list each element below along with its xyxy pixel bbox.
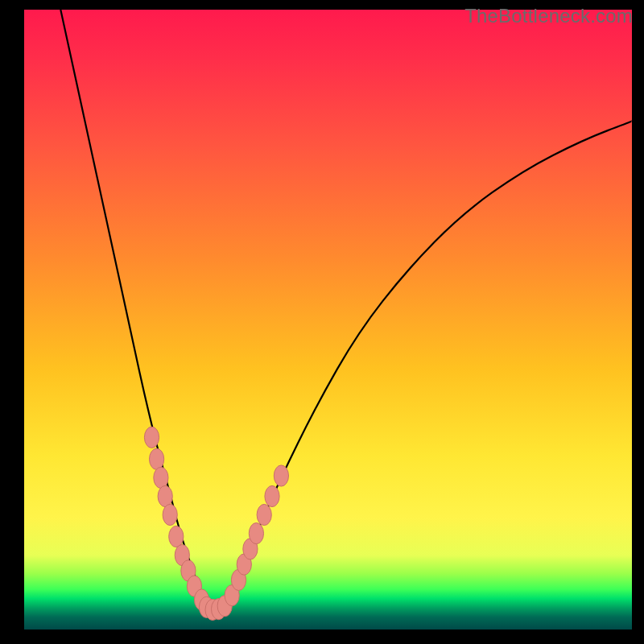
bead <box>150 448 164 469</box>
plot-area <box>24 10 632 630</box>
bead <box>249 523 263 544</box>
bead <box>158 485 172 506</box>
chart-stage: TheBottleneck.com <box>0 0 644 644</box>
bead <box>154 467 168 488</box>
watermark-text: TheBottleneck.com <box>464 5 633 27</box>
bead <box>265 485 279 506</box>
curve-beads <box>144 427 288 620</box>
bead <box>144 427 159 448</box>
bead <box>274 465 288 486</box>
bead <box>169 526 184 547</box>
bottleneck-curve <box>60 10 632 610</box>
curve-layer <box>24 10 632 630</box>
bead <box>257 504 271 525</box>
bead <box>163 504 177 525</box>
